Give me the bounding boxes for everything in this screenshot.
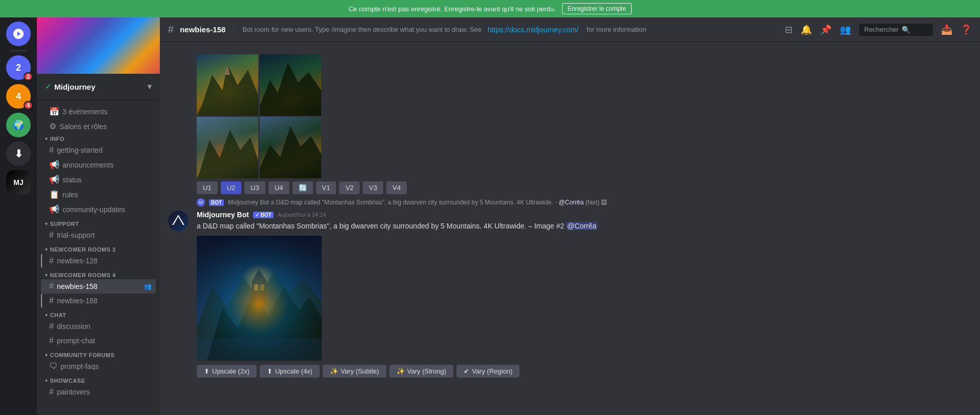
upscale-4x-button[interactable]: ⬆ Upscale (4x) — [260, 365, 320, 378]
hash-icon-158: # — [49, 282, 54, 291]
channel-header-link[interactable]: https://docs.midjourney.com/ — [488, 26, 578, 34]
rail-divider-1 — [10, 50, 27, 51]
upscale-2x-icon: ⬆ — [204, 367, 210, 375]
channel-prompt-faqs[interactable]: 🗨 prompt-faqs — [41, 359, 156, 374]
server-icon-2[interactable]: 4 4 — [6, 84, 31, 109]
channel-trial-support[interactable]: # trial-support — [41, 228, 156, 242]
channel-header-divider — [234, 24, 234, 36]
members-icon: 👥 — [144, 283, 152, 290]
members-list-icon[interactable]: 👥 — [840, 24, 851, 35]
speaker-icon: 📢 — [49, 160, 59, 170]
hash-icon-128: # — [49, 256, 54, 265]
u3-button[interactable]: U3 — [244, 181, 265, 194]
image-cell-1[interactable] — [197, 54, 258, 116]
image-cell-2[interactable] — [260, 54, 321, 116]
speaker-icon-2: 📢 — [49, 175, 59, 184]
section-showcase: ▾ SHOWCASE # paintovers — [37, 376, 160, 399]
upscale-4x-icon: ⬆ — [267, 367, 273, 375]
section-community-forums-header[interactable]: ▾ COMMUNITY FORUMS — [37, 350, 160, 359]
channel-prompt-chat[interactable]: # prompt-chat — [41, 334, 156, 348]
register-button[interactable]: Enregistrer le compte — [562, 3, 632, 14]
u2-button[interactable]: U2 — [221, 181, 242, 194]
message-timestamp: Aujourd'hui à 14:14 — [278, 212, 326, 218]
channel-newbies-158[interactable]: # newbies-158 👥 — [41, 279, 156, 294]
roles-icon: ⚙ — [49, 121, 56, 131]
events-item[interactable]: 📅 3 événements — [41, 104, 156, 119]
v4-button[interactable]: V4 — [386, 181, 407, 194]
section-info-header[interactable]: ▾ INFO — [37, 134, 160, 143]
image-grid-4 — [197, 54, 322, 178]
section-newcomer-3-header[interactable]: ▾ NEWCOMER ROOMS 3 — [37, 244, 160, 254]
channel-status[interactable]: 📢 status — [41, 172, 156, 187]
bot-badge: ✓ BOT — [253, 212, 274, 218]
main-content: # newbies-158 Bot room for new users. Ty… — [160, 17, 980, 415]
channel-community-updates[interactable]: 📢 community-updates — [41, 202, 156, 217]
channel-header-name: newbies-158 — [180, 25, 225, 34]
hash-icon-188: # — [49, 296, 54, 305]
section-newcomer-4-label: NEWCOMER ROOMS 4 — [50, 272, 116, 278]
refresh-button[interactable]: 🔄 — [293, 181, 313, 194]
channel-header-hash-icon: # — [168, 24, 174, 35]
server-icon-4[interactable]: ⬇ — [6, 141, 31, 166]
pin-icon[interactable]: 📌 — [820, 24, 831, 35]
vary-subtle-button[interactable]: ✨ Vary (Subtle) — [323, 365, 386, 378]
v2-button[interactable]: V2 — [339, 181, 360, 194]
server-verified-icon: ✓ — [45, 82, 51, 91]
avatar-midjourney — [168, 211, 189, 231]
image-cell-3[interactable] — [197, 117, 258, 178]
upscale-2x-button[interactable]: ⬆ Upscale (2x) — [197, 365, 257, 378]
message-group-main: Midjourney Bot ✓ BOT Aujourd'hui à 14:14… — [168, 211, 972, 378]
section-newcomer-4-header[interactable]: ▾ NEWCOMER ROOMS 4 — [37, 270, 160, 279]
threads-icon[interactable]: ⊟ — [785, 24, 793, 35]
server-banner — [37, 17, 160, 74]
channel-newbies-128[interactable]: # newbies-128 — [41, 254, 156, 268]
vary-strong-icon: ✨ — [397, 367, 405, 375]
vary-region-button[interactable]: ✔ Vary (Region) — [456, 365, 519, 378]
single-image[interactable] — [197, 236, 322, 361]
channel-discussion[interactable]: # discussion — [41, 319, 156, 334]
section-showcase-arrow: ▾ — [45, 378, 48, 383]
section-community-forums: ▾ COMMUNITY FORUMS 🗨 prompt-faqs — [37, 350, 160, 374]
server-icon-3[interactable]: 🌍 — [6, 113, 31, 137]
section-newcomer-3-label: NEWCOMER ROOMS 3 — [50, 246, 116, 253]
channel-newbies-188[interactable]: # newbies-188 — [41, 294, 156, 308]
hash-icon-prompt-chat: # — [49, 336, 54, 345]
server-header[interactable]: ✓ Midjourney ▾ — [37, 74, 160, 100]
channel-getting-started[interactable]: # getting-started — [41, 143, 156, 157]
server-icon-midjourney[interactable]: MJ — [6, 170, 31, 195]
search-bar[interactable]: Rechercher 🔍 — [859, 24, 933, 36]
channel-paintovers[interactable]: # paintovers — [41, 385, 156, 399]
server-name: Midjourney — [54, 82, 95, 91]
u1-button[interactable]: U1 — [197, 181, 218, 194]
banner-text: Ce compte n'est pas enregistré. Enregist… — [348, 5, 556, 13]
uv-buttons-row: U1 U2 U3 U4 🔄 V1 V2 V3 V4 — [197, 181, 972, 194]
section-support-header[interactable]: ▾ SUPPORT — [37, 219, 160, 228]
channel-rules[interactable]: 📋 rules — [41, 187, 156, 202]
roles-item[interactable]: ⚙ Salons et rôles — [41, 119, 156, 134]
channel-header: # newbies-158 Bot room for new users. Ty… — [160, 17, 980, 42]
notif-bot-badge: BOT — [209, 199, 224, 206]
section-newcomer-3: ▾ NEWCOMER ROOMS 3 # newbies-128 — [37, 244, 160, 268]
notification-icon[interactable]: 🔔 — [801, 24, 812, 35]
search-bar-placeholder: Rechercher — [864, 26, 899, 33]
upscale-4x-label: Upscale (4x) — [275, 367, 312, 375]
inbox-icon[interactable]: 📥 — [941, 24, 952, 35]
discord-home-button[interactable] — [6, 22, 31, 46]
section-showcase-header[interactable]: ▾ SHOWCASE — [37, 376, 160, 385]
upscale-2x-label: Upscale (2x) — [212, 367, 249, 375]
section-chat-arrow: ▾ — [45, 313, 48, 318]
forum-icon: 🗨 — [49, 362, 57, 371]
events-icon: 📅 — [49, 107, 59, 116]
vary-strong-button[interactable]: ✨ Vary (Strong) — [389, 365, 453, 378]
section-chat: ▾ CHAT # discussion # prompt-chat — [37, 310, 160, 348]
bot-avatar-small: M — [197, 198, 205, 206]
svg-rect-18 — [197, 338, 322, 361]
help-icon[interactable]: ❓ — [961, 24, 972, 35]
v3-button[interactable]: V3 — [363, 181, 383, 194]
v1-button[interactable]: V1 — [316, 181, 337, 194]
channel-announcements[interactable]: 📢 announcements — [41, 157, 156, 172]
server-icon-1[interactable]: 2 2 — [6, 55, 31, 80]
image-cell-4[interactable] — [260, 117, 321, 178]
section-chat-header[interactable]: ▾ CHAT — [37, 310, 160, 319]
u4-button[interactable]: U4 — [268, 181, 289, 194]
